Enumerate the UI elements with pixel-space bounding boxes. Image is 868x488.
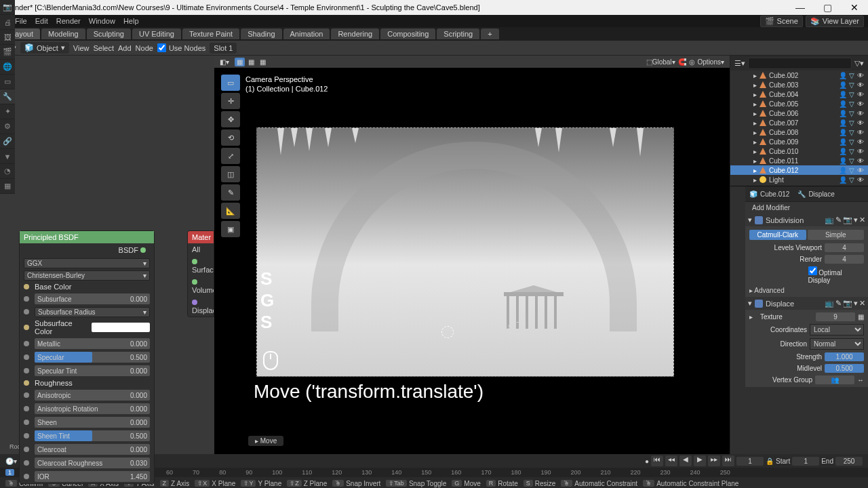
tab-add[interactable]: + <box>481 28 498 39</box>
bsdf-clearcoat[interactable]: Clearcoat0.000 <box>35 444 150 455</box>
outliner-item[interactable]: ▸Cube.002👤▽👁 <box>730 70 868 80</box>
use-nodes-checkbox[interactable]: Use Nodes <box>157 43 205 52</box>
invert-icon[interactable]: ↔ <box>857 376 864 384</box>
window-minimize-button[interactable]: — <box>787 2 814 13</box>
visibility-icon[interactable]: 👁 <box>857 138 864 146</box>
viewport-mode-icons[interactable]: ▦▦▦ <box>235 58 268 66</box>
bsdf-row[interactable]: Clearcoat Roughness0.030 <box>20 456 154 470</box>
modifier-displace-header[interactable]: ▾ Displace 📺✎📷▾✕ <box>745 297 868 310</box>
output-socket-bsdf[interactable]: BSDF <box>119 246 138 254</box>
visibility-icon[interactable]: 👁 <box>857 167 864 174</box>
modifier-subdiv-header[interactable]: ▾ Subdivision 📺✎📷▾✕ <box>745 214 868 226</box>
orientation-select[interactable]: ⬚Global▾ <box>646 58 675 66</box>
visibility-icon[interactable]: 👁 <box>857 72 864 79</box>
texture-browse-icon[interactable]: ▦ <box>858 313 864 321</box>
bsdf-row[interactable]: Metallic0.000 <box>20 337 154 350</box>
jump-start-icon[interactable]: ⏮ <box>651 455 663 466</box>
bsdf-row[interactable]: Subsurface Color <box>20 318 154 337</box>
bsdf-row[interactable]: Anisotropic Rotation0.000 <box>20 402 154 415</box>
outliner-item[interactable]: ▸Cube.004👤▽👁 <box>730 89 868 99</box>
outliner-item[interactable]: ▸Cube.011👤▽👁 <box>730 156 868 165</box>
advanced-toggle[interactable]: ▸ Advanced <box>749 287 785 294</box>
bsdf-subsurface[interactable]: Subsurface0.000 <box>35 293 150 304</box>
outliner-item[interactable]: ▸Cube.007👤▽👁 <box>730 118 868 127</box>
displace-texture[interactable]: 9 <box>816 312 855 321</box>
keyframe-next-icon[interactable]: ▸▸ <box>708 455 720 466</box>
current-frame[interactable]: 1 <box>736 457 764 466</box>
visibility-icon[interactable]: 👁 <box>857 119 864 127</box>
socket-surface[interactable]: Surface <box>192 266 214 274</box>
tool-transform[interactable]: ◫ <box>221 166 240 182</box>
tool-cursor[interactable]: ✛ <box>221 93 240 109</box>
mode-select[interactable]: 🧊Object▾ <box>20 42 69 54</box>
tool-scale[interactable]: ⤢ <box>221 148 240 164</box>
menu-edit[interactable]: Edit <box>33 17 51 25</box>
matout-all[interactable]: All <box>188 243 214 256</box>
tab-script[interactable]: Scripting <box>437 28 479 39</box>
node-menu-add[interactable]: Add <box>118 44 132 52</box>
displace-midlevel[interactable]: 0.500 <box>825 364 864 373</box>
tab-shading[interactable]: Shading <box>241 28 281 39</box>
tab-comp[interactable]: Compositing <box>380 28 435 39</box>
start-frame[interactable]: 1 <box>792 457 819 466</box>
visibility-icon[interactable]: 👁 <box>857 91 864 98</box>
timeline-editor-icon[interactable]: 🕐▾ <box>5 458 17 465</box>
subdiv-simple[interactable]: Simple <box>808 230 865 240</box>
keyframe-prev-icon[interactable]: ◂◂ <box>665 455 677 466</box>
outliner-item[interactable]: ▸Cube.003👤▽👁 <box>730 80 868 89</box>
bsdf-row[interactable]: Subsurface0.000 <box>20 292 154 306</box>
tab-uv[interactable]: UV Editing <box>132 28 181 39</box>
bsdf-row[interactable]: Roughness <box>20 378 154 388</box>
options-dropdown[interactable]: Options▾ <box>698 58 724 66</box>
snap-icon[interactable]: 🧲 <box>678 58 686 66</box>
tab-render[interactable]: Rendering <box>331 28 379 39</box>
bsdf-row[interactable]: Sheen0.000 <box>20 415 154 429</box>
window-close-button[interactable]: ✕ <box>841 2 868 13</box>
proportional-icon[interactable]: ◎ <box>689 58 695 66</box>
close-icon[interactable]: ✕ <box>859 216 865 224</box>
tab-anim[interactable]: Animation <box>283 28 330 39</box>
scene-field[interactable]: 🎬Scene <box>760 16 803 27</box>
bsdf-ior[interactable]: IOR1.450 <box>35 471 150 482</box>
socket-displace[interactable]: Displace <box>192 306 214 314</box>
displace-strength[interactable]: 1.000 <box>825 352 864 361</box>
bsdf-sheen-tint[interactable]: Sheen Tint0.500 <box>35 430 150 441</box>
tool-annotate[interactable]: ✎ <box>221 184 240 201</box>
tool-rotate[interactable]: ⟲ <box>221 129 240 146</box>
matout-title[interactable]: Mater <box>188 231 214 243</box>
node-menu-node[interactable]: Node <box>136 44 153 52</box>
jump-end-icon[interactable]: ⏭ <box>722 455 734 466</box>
bsdf-sheen[interactable]: Sheen0.000 <box>35 417 150 428</box>
redo-panel[interactable]: ▸ Move <box>248 436 283 446</box>
bsdf-row[interactable]: Subsurface Radius▾ <box>20 306 154 318</box>
active-object-name[interactable]: Cube.012 <box>760 190 789 198</box>
menu-window[interactable]: Window <box>86 17 118 25</box>
visibility-icon[interactable]: 👁 <box>857 176 864 184</box>
optimal-display-check[interactable]: Optimal Display <box>808 266 865 284</box>
outliner-item[interactable]: ▸Cube.006👤▽👁 <box>730 108 868 118</box>
displace-direction[interactable]: Normal <box>810 338 864 350</box>
bsdf-specular-tint[interactable]: Specular Tint0.000 <box>35 365 150 376</box>
bsdf-specular[interactable]: Specular0.500 <box>35 352 150 363</box>
filter-icon[interactable]: ▽▾ <box>854 59 864 68</box>
viewlayer-field[interactable]: 📚View Layer <box>806 16 864 27</box>
ggx-select[interactable]: GGX▾ <box>24 258 150 268</box>
viewport-3d[interactable]: ◧▾ ▦▦▦ ⬚Global▾ 🧲 ◎ Options▾ Scale X: 0.… <box>214 56 730 454</box>
bsdf-anisotropic-rotation[interactable]: Anisotropic Rotation0.000 <box>35 403 150 414</box>
visibility-icon[interactable]: 👁 <box>857 129 864 136</box>
outliner-search-input[interactable] <box>748 58 852 69</box>
visibility-icon[interactable]: 👁 <box>857 157 864 165</box>
tab-modeling[interactable]: Modeling <box>41 28 85 39</box>
sss-method-select[interactable]: Christensen-Burley▾ <box>24 270 150 281</box>
bsdf-row[interactable]: Specular Tint0.000 <box>20 364 154 378</box>
socket-volume[interactable]: Volume <box>192 286 214 294</box>
outliner-editor-icon[interactable]: ☰▾ <box>734 59 745 68</box>
bsdf-anisotropic[interactable]: Anisotropic0.000 <box>35 390 150 401</box>
tool-move[interactable]: ✥ <box>221 111 240 127</box>
close-icon[interactable]: ✕ <box>859 299 865 308</box>
autokey-icon[interactable]: ● <box>645 458 649 465</box>
tool-addcube[interactable]: ▣ <box>221 221 240 237</box>
visibility-icon[interactable]: 👁 <box>857 148 864 155</box>
viewport-editor-icon[interactable]: ◧▾ <box>220 58 229 66</box>
bsdf-row[interactable]: Anisotropic0.000 <box>20 388 154 402</box>
